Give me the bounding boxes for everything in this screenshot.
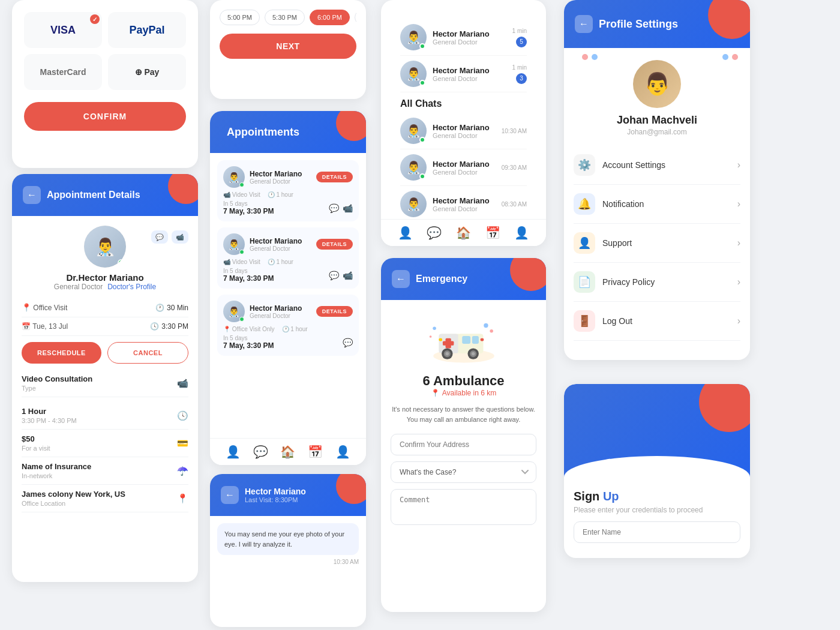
comment-input[interactable] bbox=[391, 489, 536, 525]
appt-date-3: In 5 days 7 May, 3:30 PM bbox=[223, 335, 274, 350]
profile-back-button[interactable]: ← bbox=[575, 15, 593, 33]
video-action-icon-1[interactable]: 📹 bbox=[343, 203, 353, 213]
map-icon: 📍 bbox=[177, 493, 188, 504]
details-button-3[interactable]: DETAILS bbox=[316, 306, 353, 317]
appt-doc-info-2: 👨‍⚕️ Hector Mariano General Doctor bbox=[223, 233, 302, 255]
nav-home-icon[interactable]: 🏠 bbox=[280, 445, 295, 459]
menu-account-settings[interactable]: ⚙️ Account Settings › bbox=[574, 146, 740, 185]
menu-notification[interactable]: 🔔 Notification › bbox=[574, 185, 740, 224]
account-settings-label: Account Settings bbox=[602, 160, 737, 170]
chat-item-recent-2[interactable]: 👨‍⚕️ Hector Mariano General Doctor 1 min… bbox=[400, 56, 527, 92]
privacy-icon: 📄 bbox=[574, 271, 595, 293]
video-visit-icon: 📹 Video Visit bbox=[223, 191, 260, 198]
timeslot-500[interactable]: 5:00 PM bbox=[220, 10, 260, 25]
nav-chat-icon[interactable]: 💬 bbox=[253, 445, 268, 459]
message-time: 10:30 AM bbox=[217, 559, 359, 565]
logout-label: Log Out bbox=[602, 316, 737, 326]
support-icon: 👤 bbox=[574, 232, 595, 254]
appt-doc-avatar-1: 👨‍⚕️ bbox=[223, 166, 245, 188]
dot-blue-right bbox=[722, 54, 728, 60]
menu-privacy-policy[interactable]: 📄 Privacy Policy › bbox=[574, 263, 740, 302]
insurance-label: Name of Insurance bbox=[22, 462, 91, 471]
chat-action-icon-1[interactable]: 💬 bbox=[329, 203, 339, 213]
chat-msg-header: ← Hector Mariano Last Visit: 8:30PM bbox=[210, 474, 366, 516]
menu-logout[interactable]: 🚪 Log Out › bbox=[574, 302, 740, 341]
paypal-label: PayPal bbox=[129, 24, 164, 37]
visa-payment-item[interactable]: VISA bbox=[24, 12, 102, 48]
doctor-profile-link[interactable]: Doctor's Profile bbox=[107, 283, 156, 291]
appointment-item-1: 👨‍⚕️ Hector Mariano General Doctor DETAI… bbox=[217, 160, 359, 221]
chat-item-2[interactable]: 👨‍⚕️ Hector Mariano General Doctor 09:30… bbox=[400, 149, 527, 186]
timeslot-row: 5:00 PM 5:30 PM 6:00 PM 6:30 PM bbox=[220, 10, 356, 25]
details-button-2[interactable]: DETAILS bbox=[316, 239, 353, 250]
chat-nav-chat[interactable]: 💬 bbox=[427, 226, 442, 240]
chat-avatar-2: 👨‍⚕️ bbox=[400, 154, 427, 181]
applepay-payment-item[interactable]: ⊕ Pay bbox=[108, 54, 186, 90]
timeslot-630[interactable]: 6:30 PM bbox=[355, 10, 356, 25]
chat-online-1 bbox=[419, 43, 425, 49]
appt-meta-1: 📹 Video Visit 🕐 1 hour bbox=[223, 191, 353, 198]
signup-name-input[interactable] bbox=[574, 521, 740, 543]
office-visit-row: 📍 Office Visit 🕐 30 Min bbox=[22, 298, 188, 317]
profile-header-title: Profile Settings bbox=[599, 18, 678, 31]
wallet-icon: 💳 bbox=[177, 438, 188, 449]
chat-time-1: 1 min bbox=[512, 28, 527, 34]
cancel-button[interactable]: CANCEL bbox=[107, 342, 188, 364]
chat-icon[interactable]: 💬 bbox=[151, 230, 168, 244]
video-section-label: Video Consultation bbox=[22, 374, 92, 383]
address-input[interactable] bbox=[391, 434, 536, 455]
details-button-1[interactable]: DETAILS bbox=[316, 172, 353, 182]
chat-nav-profile[interactable]: 👤 bbox=[398, 226, 413, 240]
profile-dots-decoration bbox=[582, 54, 598, 60]
chat-back-button[interactable]: ← bbox=[221, 486, 239, 504]
appt-actions-2: 💬 📹 bbox=[329, 271, 353, 280]
confirm-button[interactable]: CONFIRM bbox=[24, 102, 186, 131]
paypal-payment-item[interactable]: PayPal bbox=[108, 12, 186, 48]
chat-item-1[interactable]: 👨‍⚕️ Hector Mariano General Doctor 10:30… bbox=[400, 113, 527, 149]
chat-info-2: Hector Mariano General Doctor bbox=[433, 66, 506, 82]
svg-point-19 bbox=[429, 335, 431, 338]
chat-action-icon-3[interactable]: 💬 bbox=[343, 338, 353, 347]
privacy-arrow: › bbox=[737, 277, 740, 287]
nav-user-icon[interactable]: 👤 bbox=[335, 445, 350, 459]
chat-nav-user[interactable]: 👤 bbox=[514, 226, 529, 240]
video-action-icon-2[interactable]: 📹 bbox=[343, 271, 353, 280]
appt-details-title: Appointment Details bbox=[47, 190, 174, 200]
chat-nav-calendar[interactable]: 📅 bbox=[485, 226, 500, 240]
video-icon[interactable]: 📹 bbox=[172, 230, 188, 244]
next-button[interactable]: NEXT bbox=[220, 34, 356, 59]
emergency-header: ← Emergency bbox=[381, 258, 546, 300]
mastercard-payment-item[interactable]: MasterCard bbox=[24, 54, 102, 90]
chat-meta-1: 1 min 5 bbox=[512, 28, 527, 47]
back-button[interactable]: ← bbox=[23, 186, 41, 204]
timeslot-600[interactable]: 6:00 PM bbox=[310, 10, 350, 25]
doctor-specialty: General Doctor bbox=[54, 283, 103, 291]
umbrella-icon: ☂️ bbox=[177, 466, 188, 476]
all-chat-time-1: 10:30 AM bbox=[502, 128, 527, 134]
chat-item-recent-1[interactable]: 👨‍⚕️ Hector Mariano General Doctor 1 min… bbox=[400, 19, 527, 56]
menu-support[interactable]: 👤 Support › bbox=[574, 224, 740, 263]
appt-meta-2: 📹 Video Visit 🕐 1 hour bbox=[223, 259, 353, 265]
appt-doc-specialty-1: General Doctor bbox=[250, 178, 302, 185]
chat-action-icon-2[interactable]: 💬 bbox=[329, 271, 339, 280]
appt-online-2 bbox=[239, 250, 244, 254]
chat-msg-blob bbox=[336, 474, 366, 504]
nav-profile-icon[interactable]: 👤 bbox=[226, 445, 241, 459]
case-select[interactable]: What's the Case? bbox=[391, 461, 536, 483]
visa-label: VISA bbox=[50, 24, 76, 37]
appt-doc-specialty-3: General Doctor bbox=[250, 313, 302, 319]
chat-badge-2: 3 bbox=[516, 73, 527, 84]
hour-time: 3:30 PM - 4:30 PM bbox=[22, 417, 77, 424]
nav-calendar-icon[interactable]: 📅 bbox=[308, 445, 323, 459]
chat-msg-body: You may send me your eye photo of your e… bbox=[210, 516, 366, 627]
reschedule-button[interactable]: RESCHEDULE bbox=[22, 342, 101, 364]
emergency-back-button[interactable]: ← bbox=[392, 270, 410, 288]
appointment-item-2: 👨‍⚕️ Hector Mariano General Doctor DETAI… bbox=[217, 227, 359, 289]
chat-nav-home[interactable]: 🏠 bbox=[456, 226, 471, 240]
timeslot-530[interactable]: 5:30 PM bbox=[265, 10, 305, 25]
chat-item-3[interactable]: 👨‍⚕️ Hector Mariano General Doctor 08:30… bbox=[400, 186, 527, 223]
office-visit-3-icon: 📍 Office Visit Only bbox=[223, 326, 275, 332]
video-section-sub: Type bbox=[22, 385, 92, 392]
chat-info-1: Hector Mariano General Doctor bbox=[433, 29, 506, 46]
profile-menu: ⚙️ Account Settings › 🔔 Notification › 👤… bbox=[564, 146, 750, 350]
